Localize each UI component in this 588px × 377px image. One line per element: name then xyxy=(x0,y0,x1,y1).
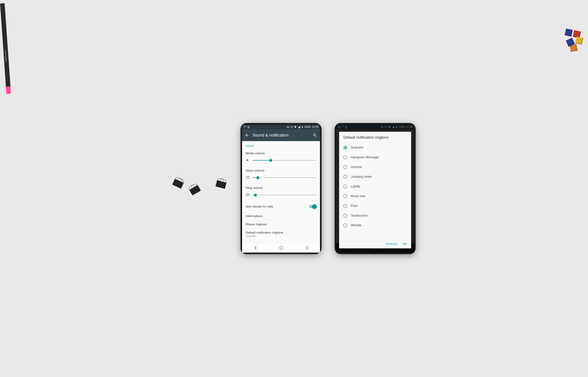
no-sim-icon xyxy=(247,126,250,128)
slider-track[interactable] xyxy=(253,160,316,161)
vibrate-for-calls-label: Also vibrate for calls xyxy=(246,205,309,208)
ok-button[interactable]: OK xyxy=(402,242,407,246)
radio-icon xyxy=(343,214,347,218)
wooden-cubes-prop xyxy=(564,29,585,58)
ringtone-option[interactable]: Hangouts Message xyxy=(339,153,411,162)
ringtone-label: Whistle xyxy=(351,224,362,227)
pencil-prop: ANDROIDPIT xyxy=(0,3,11,94)
slider-track[interactable] xyxy=(253,177,316,178)
svg-point-4 xyxy=(280,246,283,249)
slider-label: Ring volume xyxy=(246,186,316,190)
volume-icon xyxy=(246,158,250,163)
binder-clip-prop xyxy=(189,185,201,195)
app-bar: Sound & notification xyxy=(242,130,320,141)
phone-right: 7° 100% 12:34 R A I P D G O N W xyxy=(335,123,416,254)
vibrate-for-calls-row[interactable]: Also vibrate for calls xyxy=(242,201,320,212)
radio-icon xyxy=(343,194,347,198)
vibrate-icon xyxy=(246,193,250,198)
radio-icon xyxy=(343,146,347,150)
vibrate-toggle[interactable] xyxy=(309,205,316,208)
ringtone-label: Music box xyxy=(351,194,365,198)
slider-volume: Media volume xyxy=(242,149,320,166)
vibrate-icon xyxy=(287,126,289,128)
section-sound: Sound xyxy=(242,141,320,149)
radio-icon xyxy=(343,224,347,227)
cancel-button[interactable]: CANCEL xyxy=(386,242,398,246)
ringtone-label: Tambourine xyxy=(351,214,368,217)
slider-vibrate: Ring volume xyxy=(242,184,320,201)
settings-row[interactable]: Phone ringtone xyxy=(242,220,320,229)
ringtone-label: Jumping notes xyxy=(351,175,372,178)
ringtone-option[interactable]: Music box xyxy=(339,191,411,201)
row-title: Default notification ringtone xyxy=(246,231,316,235)
radio-icon xyxy=(343,175,347,179)
ringtone-list: GracefulHangouts MessageHorizonJumping n… xyxy=(339,142,411,240)
pencil-label: ANDROIDPIT xyxy=(4,49,7,62)
alarm-icon xyxy=(290,126,293,128)
svg-rect-3 xyxy=(247,193,249,196)
signal-icon xyxy=(298,126,300,128)
ringtone-dialog: Default notification ringtone GracefulHa… xyxy=(339,132,411,248)
search-icon[interactable] xyxy=(313,133,317,137)
settings-row[interactable]: Interruptions xyxy=(242,212,320,220)
status-battery-pct: 100% xyxy=(304,126,311,129)
battery-icon xyxy=(301,126,303,128)
radio-icon xyxy=(343,155,347,159)
ringtone-label: Hangouts Message xyxy=(351,155,379,159)
ringtone-label: Lightly xyxy=(351,185,360,188)
ringtone-option[interactable]: Tambourine xyxy=(339,211,411,221)
binder-clip-prop xyxy=(215,180,226,189)
row-title: Interruptions xyxy=(246,214,316,218)
settings-row[interactable]: Default notification ringtoneGraceful xyxy=(242,229,320,240)
nav-back-icon[interactable] xyxy=(253,246,257,250)
radio-icon xyxy=(343,204,347,208)
radio-icon xyxy=(343,165,347,169)
ringtone-label: Graceful xyxy=(351,146,363,149)
page-title: Sound & notification xyxy=(252,133,310,138)
ringtone-option[interactable]: Jumping notes xyxy=(339,172,411,182)
nav-bar xyxy=(242,243,320,253)
slider-track[interactable] xyxy=(253,195,316,195)
ringtone-option[interactable]: Pure xyxy=(339,201,411,211)
wifi-icon: ! xyxy=(294,126,297,128)
radio-icon xyxy=(343,185,347,188)
ringtone-option[interactable]: Horizon xyxy=(339,162,411,172)
nav-home-icon[interactable] xyxy=(279,246,283,250)
ringtone-option[interactable]: Whistle xyxy=(339,221,411,230)
phone-left: 7° ! 100% 12:33 Sound & notification Sou… xyxy=(240,123,322,254)
ringtone-label: Pure xyxy=(351,204,358,208)
ringtone-option[interactable]: Graceful xyxy=(339,143,411,153)
dialog-title: Default notification ringtone xyxy=(339,132,411,142)
alarm-icon xyxy=(246,175,250,180)
nav-recent-icon[interactable] xyxy=(305,246,309,250)
slider-alarm: Alarm volume xyxy=(242,166,320,184)
binder-clip-prop xyxy=(172,179,184,189)
status-temp: 7° xyxy=(244,126,246,129)
ringtone-option[interactable]: Lightly xyxy=(339,182,411,191)
slider-label: Alarm volume xyxy=(246,169,316,172)
settings-content: Sound Media volumeAlarm volumeRing volum… xyxy=(242,141,320,243)
svg-rect-5 xyxy=(306,247,308,249)
row-subtitle: Graceful xyxy=(246,235,316,238)
row-title: Phone ringtone xyxy=(246,223,316,226)
ringtone-label: Horizon xyxy=(351,165,362,169)
slider-label: Media volume xyxy=(246,152,316,155)
dialog-actions: CANCEL OK xyxy=(339,240,411,248)
status-time: 12:33 xyxy=(312,126,318,129)
svg-text:!: ! xyxy=(296,127,296,128)
back-icon[interactable] xyxy=(245,133,249,137)
status-bar: 7° ! 100% 12:33 xyxy=(242,125,320,130)
